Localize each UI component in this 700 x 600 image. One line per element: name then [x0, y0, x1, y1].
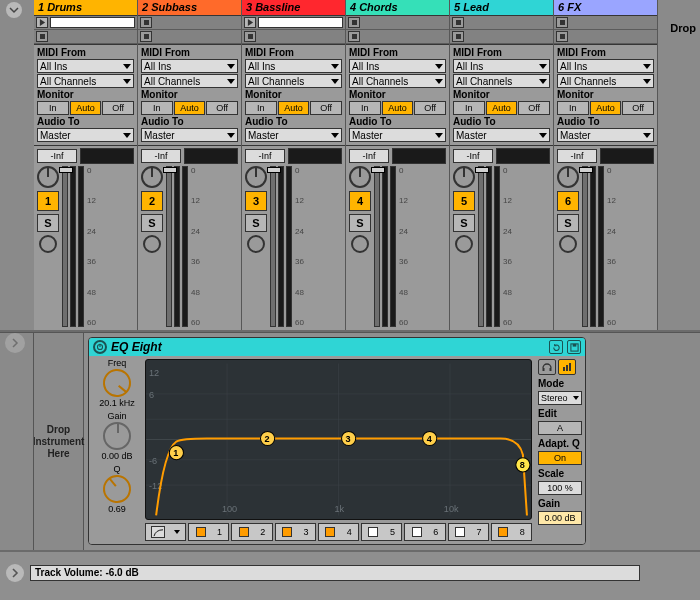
- arm-button[interactable]: [351, 235, 369, 253]
- track-header[interactable]: 1 Drums: [34, 0, 137, 16]
- solo-button[interactable]: S: [141, 214, 163, 232]
- peak-level[interactable]: -Inf: [453, 149, 493, 163]
- volume-fader[interactable]: [582, 166, 588, 327]
- outgain-value[interactable]: 0.00 dB: [538, 511, 582, 525]
- clip-stop-button[interactable]: [140, 17, 152, 28]
- audio-to-select[interactable]: Master: [37, 128, 134, 142]
- midi-channel-select[interactable]: All Channels: [349, 74, 446, 88]
- peak-level[interactable]: -Inf: [349, 149, 389, 163]
- audio-to-select[interactable]: Master: [557, 128, 654, 142]
- solo-button[interactable]: S: [557, 214, 579, 232]
- volume-fader[interactable]: [270, 166, 276, 327]
- expand-button[interactable]: [558, 359, 576, 375]
- band-enable[interactable]: [412, 527, 422, 537]
- peak-level[interactable]: -Inf: [557, 149, 597, 163]
- peak-level[interactable]: -Inf: [37, 149, 77, 163]
- audio-to-select[interactable]: Master: [245, 128, 342, 142]
- monitor-auto-button[interactable]: Auto: [382, 101, 414, 115]
- midi-from-select[interactable]: All Ins: [245, 59, 342, 73]
- clip-play-button[interactable]: [36, 17, 48, 28]
- midi-from-select[interactable]: All Ins: [453, 59, 550, 73]
- monitor-auto-button[interactable]: Auto: [70, 101, 102, 115]
- arm-button[interactable]: [455, 235, 473, 253]
- midi-channel-select[interactable]: All Channels: [245, 74, 342, 88]
- monitor-off-button[interactable]: Off: [414, 101, 446, 115]
- track-header[interactable]: 6 FX: [554, 0, 657, 16]
- monitor-auto-button[interactable]: Auto: [590, 101, 622, 115]
- audition-button[interactable]: [538, 359, 556, 375]
- adaptq-toggle[interactable]: On: [538, 451, 582, 465]
- arm-button[interactable]: [39, 235, 57, 253]
- track-activator-button[interactable]: 5: [453, 191, 475, 211]
- pan-knob[interactable]: [245, 166, 267, 188]
- monitor-off-button[interactable]: Off: [518, 101, 550, 115]
- drop-instrument-area[interactable]: Drop Instrument Here: [34, 333, 84, 550]
- track-activator-button[interactable]: 1: [37, 191, 59, 211]
- device-power-button[interactable]: [93, 340, 107, 354]
- monitor-auto-button[interactable]: Auto: [486, 101, 518, 115]
- audio-to-select[interactable]: Master: [453, 128, 550, 142]
- band-enable[interactable]: [498, 527, 508, 537]
- volume-fader[interactable]: [478, 166, 484, 327]
- clip-slot[interactable]: [258, 17, 343, 28]
- audio-to-select[interactable]: Master: [141, 128, 238, 142]
- clip-stop-button[interactable]: [244, 31, 256, 42]
- status-collapse-toggle[interactable]: [6, 564, 24, 582]
- clip-stop-button[interactable]: [452, 17, 464, 28]
- device-drop-area[interactable]: [590, 333, 700, 550]
- pan-knob[interactable]: [141, 166, 163, 188]
- monitor-in-button[interactable]: In: [37, 101, 69, 115]
- midi-from-select[interactable]: All Ins: [37, 59, 134, 73]
- clip-stop-button[interactable]: [348, 17, 360, 28]
- clip-play-button[interactable]: [244, 17, 256, 28]
- device-collapse-toggle[interactable]: [5, 333, 25, 353]
- volume-fader[interactable]: [166, 166, 172, 327]
- monitor-auto-button[interactable]: Auto: [174, 101, 206, 115]
- peak-level[interactable]: -Inf: [141, 149, 181, 163]
- band-enable[interactable]: [455, 527, 465, 537]
- monitor-off-button[interactable]: Off: [310, 101, 342, 115]
- volume-fader[interactable]: [374, 166, 380, 327]
- monitor-off-button[interactable]: Off: [102, 101, 134, 115]
- track-header[interactable]: 3 Bassline: [242, 0, 345, 16]
- monitor-in-button[interactable]: In: [453, 101, 485, 115]
- q-knob[interactable]: [97, 469, 136, 508]
- clip-slot[interactable]: [154, 17, 239, 28]
- monitor-in-button[interactable]: In: [141, 101, 173, 115]
- track-header[interactable]: 2 Subbass: [138, 0, 241, 16]
- track-header[interactable]: 4 Chords: [346, 0, 449, 16]
- audio-to-select[interactable]: Master: [349, 128, 446, 142]
- scale-value[interactable]: 100 %: [538, 481, 582, 495]
- device-titlebar[interactable]: EQ Eight: [89, 338, 585, 356]
- track-activator-button[interactable]: 4: [349, 191, 371, 211]
- clip-stop-button[interactable]: [348, 31, 360, 42]
- band-enable[interactable]: [368, 527, 378, 537]
- clip-slot[interactable]: [362, 17, 447, 28]
- band-enable[interactable]: [282, 527, 292, 537]
- mode-select[interactable]: Stereo: [538, 391, 582, 405]
- clip-slot[interactable]: [466, 17, 551, 28]
- freq-value[interactable]: 20.1 kHz: [99, 398, 135, 408]
- device-hotswap-button[interactable]: [549, 340, 563, 354]
- monitor-in-button[interactable]: In: [349, 101, 381, 115]
- track-activator-button[interactable]: 3: [245, 191, 267, 211]
- midi-channel-select[interactable]: All Channels: [453, 74, 550, 88]
- solo-button[interactable]: S: [37, 214, 59, 232]
- arm-button[interactable]: [559, 235, 577, 253]
- midi-from-select[interactable]: All Ins: [141, 59, 238, 73]
- freq-knob[interactable]: [97, 363, 136, 402]
- gain-value[interactable]: 0.00 dB: [101, 451, 132, 461]
- solo-button[interactable]: S: [245, 214, 267, 232]
- tracks-collapse-toggle[interactable]: [6, 2, 22, 18]
- band-shape-select[interactable]: [151, 526, 165, 538]
- monitor-in-button[interactable]: In: [245, 101, 277, 115]
- clip-stop-button[interactable]: [556, 31, 568, 42]
- band-enable[interactable]: [196, 527, 206, 537]
- solo-button[interactable]: S: [349, 214, 371, 232]
- midi-from-select[interactable]: All Ins: [349, 59, 446, 73]
- clip-stop-button[interactable]: [556, 17, 568, 28]
- clip-slot[interactable]: [570, 17, 655, 28]
- edit-a-button[interactable]: A: [538, 421, 582, 435]
- clip-slot[interactable]: [50, 17, 135, 28]
- volume-fader[interactable]: [62, 166, 68, 327]
